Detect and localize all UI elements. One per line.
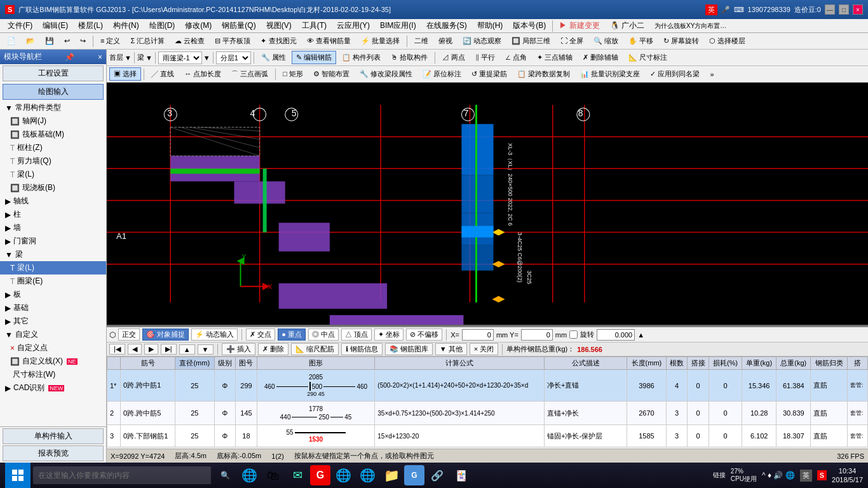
keyboard-icon[interactable]: ⌨	[734, 6, 744, 14]
rotate-up-icon[interactable]: ▲	[637, 331, 644, 339]
table-row[interactable]: 3 0跨.下部钢筋1 25 Φ 18 55	[107, 425, 868, 447]
type-drop-icon[interactable]: ▼	[146, 54, 153, 62]
menu-note[interactable]: 为什么筏板XY方向布置…	[649, 20, 731, 32]
tb-component-list[interactable]: 📋 构件列表	[337, 51, 385, 64]
tb-dynamic-view[interactable]: 🔄 动态观察	[458, 34, 506, 48]
beam-style-drop[interactable]: ▼	[203, 54, 210, 62]
tree-ring-beam[interactable]: T 圈梁(E)	[0, 274, 106, 288]
tb-mod-beam-seg[interactable]: 🔧 修改梁段属性	[355, 67, 417, 81]
tree-beam-L[interactable]: T 梁(L)	[0, 261, 106, 274]
menu-tools[interactable]: 工具(T)	[297, 19, 332, 32]
tb-calc[interactable]: Σ 汇总计算	[126, 34, 169, 48]
menu-online[interactable]: 在线服务(S)	[421, 19, 472, 32]
tree-axis[interactable]: ▶ 轴线	[0, 194, 106, 208]
tb-batch-id-support[interactable]: 📊 批量识别梁支座	[576, 67, 644, 81]
taskbar-app-link[interactable]: 🔗	[426, 464, 449, 487]
tb-screen-rotate[interactable]: ↻ 屏幕旋转	[659, 34, 703, 48]
tree-beam[interactable]: T 梁(L)	[0, 168, 106, 181]
tb-2d[interactable]: 二维	[410, 34, 433, 48]
menu-view[interactable]: 视图(V)	[261, 19, 297, 32]
snap-orthogonal[interactable]: 正交	[118, 329, 140, 341]
ime-indicator[interactable]: 英	[800, 470, 812, 482]
nav-prev[interactable]: ◀	[128, 344, 142, 355]
snap-vertex[interactable]: △ 顶点	[341, 329, 372, 341]
tree-door-window[interactable]: ▶ 门窗洞	[0, 234, 106, 248]
tree-beam-group[interactable]: ▼ 梁	[0, 248, 106, 261]
nav-last[interactable]: ▶|	[161, 344, 177, 355]
btn-insert[interactable]: ➕ 插入	[222, 343, 255, 355]
snap-midpoint-btn[interactable]: ● 重点	[278, 329, 306, 341]
btn-report-preview[interactable]: 报表预览	[3, 445, 104, 461]
start-button[interactable]	[5, 463, 31, 488]
tb-open[interactable]: 📂	[22, 35, 39, 47]
taskbar-app-ie2[interactable]: 🌐	[356, 464, 379, 487]
tb-pick-component[interactable]: 🖱 拾取构件	[386, 51, 432, 64]
tb-top-view[interactable]: 俯视	[434, 34, 457, 48]
taskbar-app-cortana[interactable]: 🔍	[214, 464, 236, 487]
tb-straight[interactable]: ╱ 直线	[147, 67, 179, 81]
taskbar-app-folder[interactable]: 📁	[380, 464, 403, 487]
s-icon[interactable]: S	[817, 470, 827, 480]
tb-undo[interactable]: ↩	[60, 35, 74, 47]
section-draw-input[interactable]: 绘图输入	[3, 84, 104, 100]
btn-close-rebar[interactable]: × 关闭	[470, 343, 498, 355]
btn-scale-rebar[interactable]: 📐 缩尺配筋	[291, 343, 339, 355]
menu-layer[interactable]: 楼层(L)	[73, 19, 108, 32]
drawing-canvas[interactable]: 3 4 5 7 8 A1	[107, 83, 868, 325]
taskbar-app-card[interactable]: 🃏	[450, 464, 473, 487]
tb-smart-layout[interactable]: ⚙ 智能布置	[309, 67, 354, 81]
snap-object[interactable]: 🎯 对象捕捉	[142, 329, 189, 341]
menu-component[interactable]: 构件(N)	[108, 19, 144, 32]
snap-no-offset[interactable]: ⊘ 不偏移	[406, 329, 442, 341]
tb-in-place-note[interactable]: 📝 原位标注	[418, 67, 466, 81]
tree-custom-line[interactable]: 🔲 自定义线(X) NE	[0, 355, 106, 368]
menu-edit[interactable]: 编辑(E)	[37, 19, 73, 32]
menu-new-change[interactable]: ▶ 新建变更	[554, 19, 604, 32]
tree-wall[interactable]: ▶ 墙	[0, 221, 106, 234]
tb-apply-same-name[interactable]: ✓ 应用到同名梁	[646, 67, 704, 81]
nav-first[interactable]: |◀	[109, 344, 125, 355]
btn-rebar-info[interactable]: ℹ 钢筋信息	[341, 343, 383, 355]
tb-define[interactable]: ≡ 定义	[96, 34, 125, 48]
nav-down[interactable]: ▼	[198, 344, 214, 355]
tb-find-elem[interactable]: ✦ 查找图元	[256, 34, 301, 48]
tb-save[interactable]: 💾	[41, 35, 58, 47]
tree-axis-net[interactable]: 🔲 轴网(J)	[0, 114, 106, 128]
tb-fullscreen[interactable]: ⛶ 全屏	[556, 34, 588, 48]
mic-icon[interactable]: 🎤	[721, 6, 730, 14]
tb-zoom[interactable]: 🔍 缩放	[589, 34, 623, 48]
tb-cloud-check[interactable]: ☁ 云检查	[170, 34, 209, 48]
tree-column[interactable]: ▶ 柱	[0, 208, 106, 221]
tb-align-slab[interactable]: ⊟ 平齐板顶	[210, 34, 255, 48]
table-row[interactable]: 2 0跨.跨中筋5 25 Φ 145 1778 440	[107, 402, 868, 425]
btn-other[interactable]: ▼ 其他	[435, 343, 467, 355]
tb-select[interactable]: ▣ 选择	[109, 67, 141, 81]
tb-redo[interactable]: ↪	[76, 35, 90, 47]
tb-re-extract-beam[interactable]: ↺ 重提梁筋	[467, 67, 512, 81]
tb-batch-select[interactable]: ⚡ 批量选择	[356, 34, 404, 48]
menu-modify[interactable]: 修改(M)	[180, 19, 217, 32]
tb-new[interactable]: 📄	[3, 35, 20, 47]
tree-frame-column[interactable]: T 框柱(Z)	[0, 141, 106, 154]
section-project-setup[interactable]: 工程设置	[3, 65, 104, 81]
menu-rebar-qty[interactable]: 钢筋量(Q)	[217, 19, 261, 32]
panel-close-icon[interactable]: ×	[98, 53, 102, 62]
nav-next[interactable]: ▶	[144, 344, 158, 355]
snap-coord[interactable]: ✦ 坐标	[374, 329, 403, 341]
btn-delete[interactable]: ✗ 删除	[258, 343, 288, 355]
menu-help[interactable]: 帮助(H)	[472, 19, 508, 32]
tb-pan[interactable]: ✋ 平移	[624, 34, 658, 48]
tree-dimension[interactable]: 尺寸标注(W)	[0, 368, 106, 381]
tree-cast-slab[interactable]: 🔲 现浇板(B)	[0, 181, 106, 194]
snap-intersect[interactable]: ✗ 交点	[246, 329, 275, 341]
tree-raft-foundation[interactable]: 🔲 筏板基础(M)	[0, 128, 106, 141]
tb-rect[interactable]: □ 矩形	[278, 67, 308, 81]
tree-custom[interactable]: ▼ 自定义	[0, 328, 106, 341]
snap-dynamic[interactable]: ⚡ 动态输入	[191, 329, 238, 341]
nav-up[interactable]: ▲	[179, 344, 195, 355]
maximize-button[interactable]: □	[839, 4, 849, 15]
table-row[interactable]: 1* 0跨.跨中筋1 25 Φ 299 2085 460	[107, 370, 868, 402]
taskbar-search[interactable]	[33, 466, 211, 484]
menu-version[interactable]: 版本号(B)	[508, 19, 551, 32]
lang-indicator[interactable]: 英	[705, 4, 717, 15]
